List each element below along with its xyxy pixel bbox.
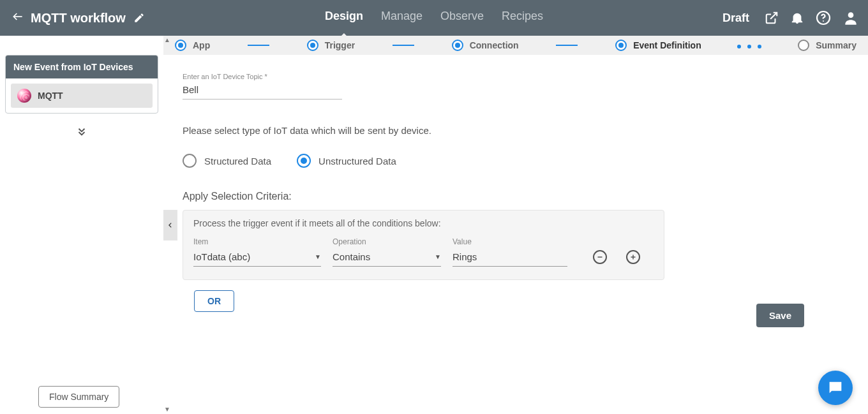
topic-label: Enter an IoT Device Topic * [183, 73, 849, 80]
tab-manage[interactable]: Manage [381, 10, 423, 27]
step-summary[interactable]: Summary [798, 40, 857, 51]
radio-unstructured-label: Unstructured Data [318, 156, 396, 166]
back-arrow-icon[interactable] [11, 10, 24, 26]
sidebar-expand-icon[interactable] [5, 126, 158, 140]
radio-unstructured[interactable]: Unstructured Data [297, 154, 396, 168]
col-val-label: Value [453, 237, 567, 246]
chevron-down-icon: ▼ [315, 253, 321, 260]
svg-point-4 [848, 12, 854, 18]
step-trigger-label: Trigger [325, 40, 355, 50]
criteria-box: Process the trigger event if it meets al… [183, 210, 664, 280]
flow-summary-button[interactable]: Flow Summary [38, 386, 119, 408]
sidebar: New Event from IoT Devices MQTT Flow Sum… [0, 36, 163, 414]
item-dropdown-value: IoTdata (abc) [193, 251, 250, 262]
topic-input[interactable] [183, 82, 342, 100]
criteria-title: Apply Selection Criteria: [183, 191, 849, 202]
topbar-right: Draft [722, 10, 859, 26]
mqtt-app-icon [17, 89, 31, 103]
tab-observe[interactable]: Observe [440, 10, 484, 27]
step-trigger-ring-icon [307, 40, 318, 51]
step-connection[interactable]: Connection [452, 40, 519, 51]
tab-design[interactable]: Design [325, 10, 363, 27]
operation-dropdown-value: Contains [333, 251, 370, 262]
radio-structured-icon [183, 154, 197, 168]
page-title: MQTT workflow [31, 11, 126, 26]
step-app[interactable]: App [175, 40, 210, 51]
step-app-ring-icon [175, 40, 186, 51]
col-op-label: Operation [333, 237, 441, 246]
sidebar-card-title: New Event from IoT Devices [6, 55, 158, 78]
top-tabs: Design Manage Observe Recipes [325, 10, 543, 27]
external-link-icon[interactable] [765, 11, 779, 25]
step-trigger[interactable]: Trigger [307, 40, 355, 51]
sidebar-card: New Event from IoT Devices MQTT [5, 55, 158, 114]
step-eventdef-label: Event Definition [633, 40, 701, 50]
col-item-label: Item [193, 237, 321, 246]
remove-condition-button[interactable] [593, 250, 607, 264]
sidebar-app-row[interactable]: MQTT [11, 84, 153, 108]
criteria-row: Item IoTdata (abc) ▼ Operation Contains … [193, 237, 654, 267]
sidebar-collapse-handle[interactable] [163, 210, 177, 240]
step-connection-ring-icon [452, 40, 463, 51]
step-eventdef-ring-icon [615, 40, 627, 51]
bell-icon[interactable] [790, 11, 804, 25]
value-input[interactable] [453, 249, 567, 267]
topbar: MQTT workflow Design Manage Observe Reci… [0, 0, 868, 36]
stepper: App Trigger Connection Event Definition … [163, 36, 868, 55]
user-icon[interactable] [842, 10, 859, 26]
add-condition-button[interactable] [626, 250, 640, 264]
radio-structured[interactable]: Structured Data [183, 154, 271, 168]
operation-dropdown[interactable]: Contains ▼ [333, 249, 441, 267]
edit-title-icon[interactable] [133, 12, 145, 24]
step-event-definition[interactable]: Event Definition [615, 40, 701, 51]
step-connection-label: Connection [470, 40, 519, 50]
step-app-label: App [193, 40, 210, 50]
or-button[interactable]: OR [194, 290, 234, 312]
svg-point-3 [823, 20, 824, 22]
event-definition-form: Enter an IoT Device Topic * Please selec… [163, 55, 868, 414]
data-type-helper: Please select type of IoT data which wil… [183, 125, 849, 136]
chat-bubble-button[interactable] [818, 371, 853, 405]
workflow-status: Draft [722, 11, 749, 25]
radio-unstructured-icon [297, 154, 311, 168]
criteria-condition-text: Process the trigger event if it meets al… [193, 218, 654, 228]
radio-structured-label: Structured Data [204, 156, 271, 166]
item-dropdown[interactable]: IoTdata (abc) ▼ [193, 249, 321, 267]
svg-line-1 [770, 13, 777, 19]
step-summary-ring-icon [798, 40, 809, 51]
chevron-down-icon: ▼ [435, 253, 441, 260]
step-summary-label: Summary [816, 40, 857, 50]
sidebar-app-name: MQTT [38, 91, 63, 101]
data-type-radio-group: Structured Data Unstructured Data [183, 154, 849, 168]
save-button[interactable]: Save [756, 304, 804, 327]
help-icon[interactable] [816, 10, 831, 26]
scroll-up-icon[interactable]: ▲ [163, 36, 172, 45]
tab-recipes[interactable]: Recipes [502, 10, 543, 27]
main: App Trigger Connection Event Definition … [163, 36, 868, 414]
